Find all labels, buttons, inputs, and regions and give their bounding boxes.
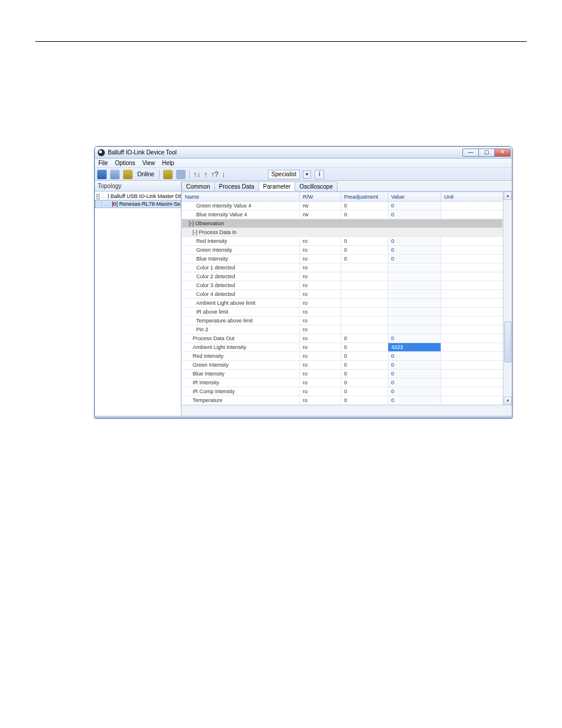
table-row[interactable]: Ambient Light Intensityro04223 [182,343,503,352]
param-preadjustment: 0 [341,210,388,219]
tab-oscilloscope[interactable]: Oscilloscope [295,182,338,191]
table-row[interactable]: IR Intensityro00 [182,378,503,387]
device-icon[interactable] [176,170,186,179]
info-icon[interactable]: i [315,170,324,179]
tree-device[interactable]: ⋮… [0] Renesas-RL78-Maxim-Se [95,200,181,208]
param-value[interactable]: 0 [388,246,441,255]
table-row[interactable]: IR Comp Intensityro00 [182,387,503,396]
collapse-icon[interactable]: - [97,194,100,199]
role-dropdown-icon[interactable]: ▾ [303,170,311,179]
param-value[interactable]: 0 [388,387,441,396]
table-row[interactable]: [-] Process Data In [182,228,503,237]
table-row[interactable]: Ambient Light above limitro [182,299,503,308]
section-header[interactable]: [-] Observation [182,219,503,228]
table-row[interactable]: Red Intensityro00 [182,352,503,361]
table-row[interactable]: [-] Observation [182,219,503,228]
refresh-icon[interactable] [110,170,120,179]
param-value[interactable] [388,325,441,334]
table-row[interactable]: Blue Intensity Value 4rw00 [182,210,503,219]
main-panel: Common Process Data Parameter Oscillosco… [181,182,512,416]
param-value[interactable]: 0 [388,370,441,378]
param-value[interactable] [388,263,441,272]
download-icon[interactable]: ↓ [222,170,226,179]
table-row[interactable]: Pin 2ro [182,325,503,334]
maximize-button[interactable]: ▢ [478,149,495,157]
column-header-row: Name R/W Preadjustment Value Unit [182,192,503,202]
param-preadjustment: 0 [341,378,388,387]
table-row[interactable]: Color 2 detectedro [182,272,503,281]
titlebar[interactable]: Balluff IO-Link Device Tool — ▢ ✕ [95,147,512,159]
param-value[interactable]: 0 [388,210,441,219]
param-rw: ro [300,237,341,246]
table-row[interactable]: Blue Intensityro00 [182,370,503,378]
close-button[interactable]: ✕ [494,149,511,157]
table-row[interactable]: Red Intensityro00 [182,237,503,246]
upload-all-icon[interactable]: ↑↓ [193,170,200,179]
menu-help[interactable]: Help [162,160,174,166]
menu-view[interactable]: View [143,160,156,166]
tab-parameter[interactable]: Parameter [259,182,296,191]
menu-options[interactable]: Options [115,160,135,166]
param-name: Green Intensity [182,361,300,370]
param-rw: ro [300,255,341,263]
param-value[interactable] [388,317,441,325]
param-value[interactable]: 0 [388,334,441,343]
table-row[interactable]: Color 1 detectedro [182,263,503,272]
table-row[interactable]: Blue Intensityro00 [182,255,503,263]
topology-tree: - … Balluff USB IO-Link Master DE (l ⋮… … [95,192,181,209]
col-rw[interactable]: R/W [300,192,341,202]
subsection-header[interactable]: [-] Process Data In [182,228,503,237]
param-name: Ambient Light above limit [182,299,300,308]
col-name[interactable]: Name [182,192,300,202]
tree-root[interactable]: - … Balluff USB IO-Link Master DE (l [95,193,181,200]
param-name: Pin 2 [182,325,300,334]
tab-common[interactable]: Common [181,182,215,191]
param-value[interactable]: 0 [388,396,441,405]
param-value[interactable]: 0 [388,378,441,387]
table-row[interactable]: Green Intensity Value 4rw00 [182,202,503,210]
scroll-thumb[interactable] [504,321,511,363]
import-icon[interactable] [123,170,133,179]
table-row[interactable]: Green Intensityro00 [182,246,503,255]
catalog-icon[interactable] [163,170,173,179]
param-value[interactable] [388,281,441,290]
param-name: Process Data Out [182,334,300,343]
save-icon[interactable] [97,170,107,179]
role-label: Specialist [272,171,297,177]
param-unit [441,343,503,352]
scroll-up-icon[interactable]: ▴ [504,192,512,200]
table-row[interactable]: Green Intensityro00 [182,361,503,370]
table-row[interactable]: Process Data Outro00 [182,334,503,343]
param-value[interactable]: 0 [388,255,441,263]
table-row[interactable]: Temperaturero00 [182,396,503,405]
online-button[interactable]: Online [136,171,156,177]
param-value[interactable] [388,290,441,299]
upload-changed-icon[interactable]: ↑? [211,170,219,179]
table-row[interactable]: Color 4 detectedro [182,290,503,299]
table-row[interactable]: IR above limitro [182,308,503,317]
menubar: File Options View Help [95,159,512,168]
param-rw: ro [300,317,341,325]
role-selector[interactable]: Specialist [268,170,300,179]
param-value[interactable]: 4223 [388,343,441,352]
col-pre[interactable]: Preadjustment [341,192,388,202]
param-value[interactable]: 0 [388,202,441,210]
col-unit[interactable]: Unit [441,192,503,202]
col-value[interactable]: Value [388,192,441,202]
param-value[interactable]: 0 [388,237,441,246]
param-value[interactable]: 0 [388,352,441,361]
tab-process-data[interactable]: Process Data [214,182,259,191]
upload-icon[interactable]: ↑ [204,170,207,179]
table-row[interactable]: Temperature above limitro [182,317,503,325]
param-value[interactable] [388,299,441,308]
param-preadjustment: 0 [341,246,388,255]
window-frame-bottom [95,416,512,418]
scroll-down-icon[interactable]: ▾ [504,397,512,405]
vertical-scrollbar[interactable]: ▴ ▾ [503,192,512,405]
param-value[interactable] [388,272,441,281]
menu-file[interactable]: File [98,160,108,166]
param-value[interactable]: 0 [388,361,441,370]
param-value[interactable] [388,308,441,317]
minimize-button[interactable]: — [462,149,479,157]
table-row[interactable]: Color 3 detectedro [182,281,503,290]
